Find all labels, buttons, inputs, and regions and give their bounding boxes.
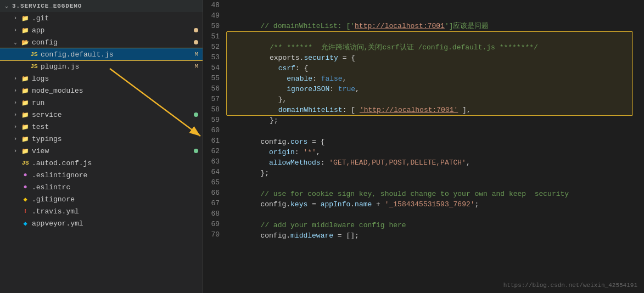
collapse-icon: › <box>11 86 20 95</box>
spacer <box>11 207 20 216</box>
travis-icon: ! <box>21 207 30 216</box>
line-num: 70 <box>208 229 220 240</box>
folder-icon: 📁 <box>21 14 30 22</box>
highlighted-section: /** ****** 允许跨域访问,关闭csrf认证 /config.defau… <box>226 31 633 116</box>
code-editor: 48 49 50 51 52 53 54 55 56 57 58 59 60 6… <box>203 0 644 293</box>
code-line: /** ****** 允许跨域访问,关闭csrf认证 /config.defau… <box>227 32 632 42</box>
item-label: plugin.js <box>41 63 194 71</box>
root-label: 3.SERVICE_EGGDEMO <box>12 3 203 9</box>
watermark: https://blog.csdn.net/weixin_42554191 <box>503 282 637 289</box>
line-num: 62 <box>208 146 220 156</box>
sidebar-item-config-default[interactable]: JS config.default.js M <box>0 48 203 60</box>
collapse-icon: › <box>11 14 20 22</box>
code-line: // use for cookie sign key, should chang… <box>226 178 633 189</box>
line-num: 57 <box>208 94 220 104</box>
line-num: 55 <box>208 73 220 83</box>
sidebar-item-service[interactable]: › 📁 service <box>0 109 203 121</box>
eslint-icon: ● <box>21 183 30 191</box>
folder-icon: 📁 <box>21 74 30 83</box>
folder-icon: 📁 <box>21 134 30 143</box>
collapse-arrow: ⌄ <box>2 2 11 10</box>
sidebar-item-view[interactable]: › 📁 view <box>0 145 203 157</box>
item-label: test <box>32 123 203 131</box>
sidebar-item-eslintrc[interactable]: ● .eslintrc <box>0 181 203 193</box>
spacer <box>11 183 20 191</box>
folder-icon: 📁 <box>21 86 30 95</box>
sidebar-item-run[interactable]: › 📁 run <box>0 97 203 109</box>
line-num: 66 <box>208 188 220 198</box>
line-numbers: 48 49 50 51 52 53 54 55 56 57 58 59 60 6… <box>203 0 226 241</box>
item-label: config <box>32 38 194 47</box>
js-file-icon: JS <box>30 50 38 59</box>
spacer <box>11 171 20 179</box>
code-line <box>226 0 633 10</box>
item-label: .git <box>32 14 203 22</box>
item-label: typings <box>32 135 203 143</box>
item-label: view <box>32 147 194 155</box>
folder-icon: 📁 <box>21 26 30 35</box>
collapse-icon: › <box>11 110 20 119</box>
code-line: // add your middleware config here <box>226 210 633 220</box>
line-num: 53 <box>208 52 220 63</box>
spacer <box>11 159 20 167</box>
added-badge <box>194 112 198 117</box>
code-content: // domainWhiteList: ['http://localhost:7… <box>226 0 644 241</box>
line-num: 49 <box>208 10 220 21</box>
code-line: config.cors = { <box>226 126 633 137</box>
spacer <box>20 50 29 59</box>
sidebar-item-app[interactable]: › 📁 app <box>0 24 203 36</box>
code-line <box>226 116 633 126</box>
collapse-icon: › <box>11 134 20 143</box>
item-label: service <box>32 111 194 119</box>
folder-icon: 📁 <box>21 122 30 131</box>
js-file-icon: JS <box>30 62 38 71</box>
sidebar-item-test[interactable]: › 📁 test <box>0 121 203 133</box>
root-folder[interactable]: ⌄ 3.SERVICE_EGGDEMO <box>0 0 203 12</box>
item-label: run <box>32 99 203 107</box>
sidebar-item-eslintignore[interactable]: ● .eslintignore <box>0 169 203 181</box>
folder-icon: 📁 <box>21 146 30 155</box>
sidebar-item-node-modules[interactable]: › 📁 node_modules <box>0 84 203 97</box>
item-label: node_modules <box>32 87 203 95</box>
line-num: 68 <box>208 209 220 219</box>
sidebar-item-appveyor[interactable]: ◆ appveyor.yml <box>0 217 203 229</box>
spacer <box>20 62 29 71</box>
folder-open-icon: 📂 <box>21 38 30 47</box>
item-label: appveyor.yml <box>32 219 203 228</box>
line-num: 67 <box>208 198 220 209</box>
line-num: 48 <box>208 0 220 10</box>
line-num: 50 <box>208 21 220 31</box>
modified-m-badge: M <box>194 51 198 58</box>
line-num: 69 <box>208 219 220 229</box>
line-num: 56 <box>208 83 220 94</box>
code-line <box>226 168 633 178</box>
modified-m-badge: M <box>194 63 198 70</box>
sidebar-item-autod[interactable]: JS .autod.conf.js <box>0 157 203 169</box>
line-num: 52 <box>208 42 220 52</box>
collapse-icon: › <box>11 98 20 107</box>
collapse-icon: ⌄ <box>11 38 20 47</box>
folder-icon: 📁 <box>21 98 30 107</box>
item-label: app <box>32 26 194 35</box>
line-num: 54 <box>208 63 220 73</box>
appveyor-icon: ◆ <box>21 219 30 228</box>
spacer <box>11 219 20 228</box>
line-num: 61 <box>208 136 220 146</box>
line-num: 64 <box>208 167 220 177</box>
js-file-icon: JS <box>21 159 30 167</box>
code-line: domainWhiteList: [ 'http://localhost:700… <box>227 94 632 105</box>
git-icon: ◆ <box>21 195 30 204</box>
collapse-icon: › <box>11 74 20 83</box>
sidebar-item-plugin[interactable]: JS plugin.js M <box>0 60 203 72</box>
code-line: // domainWhiteList: ['http://localhost:7… <box>226 10 633 21</box>
sidebar-item-typings[interactable]: › 📁 typings <box>0 133 203 145</box>
sidebar-item-logs[interactable]: › 📁 logs <box>0 72 203 84</box>
sidebar-item-gitignore[interactable]: ◆ .gitignore <box>0 193 203 205</box>
item-label: .gitignore <box>32 195 203 204</box>
sidebar-item-git[interactable]: › 📁 .git <box>0 12 203 24</box>
item-label: .eslintignore <box>32 171 203 179</box>
sidebar-item-travis[interactable]: ! .travis.yml <box>0 205 203 217</box>
line-num: 58 <box>208 104 220 115</box>
eslint-icon: ● <box>21 171 30 179</box>
sidebar-item-config[interactable]: ⌄ 📂 config <box>0 36 203 48</box>
